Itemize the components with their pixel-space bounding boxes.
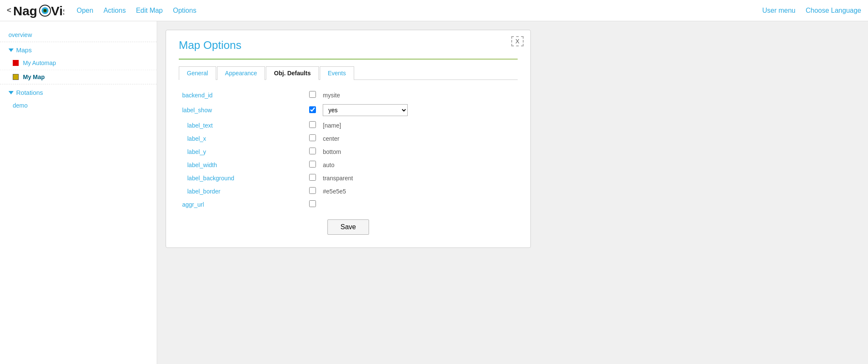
checkbox-label_y[interactable] [309,148,316,154]
checkbox-cell-label_width [306,158,319,171]
checkbox-cell-label_show [306,102,319,119]
nav-edit-map[interactable]: Edit Map [136,7,163,14]
form-row-label_width: label_widthauto [179,158,518,171]
checkbox-aggr_url[interactable] [309,200,316,207]
form-row-backend_id: backend_idmysite [179,88,518,102]
save-button-wrap: Save [179,219,518,235]
svg-text:Vis: Vis [51,4,64,18]
sidebar-item-my-map[interactable]: My Map [0,70,157,84]
demo-link[interactable]: demo [13,102,28,109]
form-row-label_y: label_ybottom [179,145,518,158]
logo-back-arrow: < [7,6,11,15]
nav-options[interactable]: Options [173,7,196,14]
checkbox-cell-aggr_url [306,198,319,211]
tab-appearance[interactable]: Appearance [217,66,265,80]
form-row-label_x: label_xcenter [179,132,518,145]
svg-point-4 [44,10,46,11]
form-row-aggr_url: aggr_url [179,198,518,211]
sidebar-overview[interactable]: overview [0,28,157,42]
form-row-label_text: label_text[name] [179,119,518,132]
checkbox-backend_id[interactable] [309,91,316,98]
select-label_show[interactable]: yesno [323,104,408,116]
triangle-down-icon [8,48,14,52]
checkbox-cell-label_background [306,171,319,185]
field-label-label_border: label_border [179,185,306,198]
checkbox-label_width[interactable] [309,161,316,168]
field-value-aggr_url [319,198,518,211]
sidebar-rotations-label: Rotations [16,89,43,96]
logo[interactable]: < Nag Vis [7,3,68,19]
nav-choose-language[interactable]: Choose Language [806,7,861,14]
field-value-label_border: #e5e5e5 [319,185,518,198]
main-layout: overview Maps My Automap My Map Rotation… [0,21,868,364]
nav-right: User menu Choose Language [762,7,861,14]
dialog-tabs: General Appearance Obj. Defaults Events [179,66,518,80]
field-value-label_width: auto [319,158,518,171]
nav-user-menu[interactable]: User menu [762,7,795,14]
field-label-label_width: label_width [179,158,306,171]
checkbox-cell-backend_id [306,88,319,102]
checkbox-label_show[interactable] [309,106,316,113]
sidebar-maps-toggle[interactable]: Maps [0,42,157,56]
my-map-link[interactable]: My Map [23,74,45,80]
form-row-label_background: label_backgroundtransparent [179,171,518,185]
field-label-aggr_url: aggr_url [179,198,306,211]
sidebar-maps-label: Maps [16,46,32,54]
field-label-label_show: label_show [179,102,306,119]
field-value-label_background: transparent [319,171,518,185]
field-label-label_background: label_background [179,171,306,185]
dialog-title: Map Options [179,39,518,52]
my-automap-link[interactable]: My Automap [23,60,56,66]
top-nav: < Nag Vis Open Actions Edit Map Options … [0,0,868,21]
tab-obj-defaults[interactable]: Obj. Defaults [266,66,318,80]
triangle-down-icon-2 [8,91,14,94]
checkbox-cell-label_text [306,119,319,132]
checkbox-label_x[interactable] [309,134,316,141]
field-label-label_x: label_x [179,132,306,145]
field-label-label_text: label_text [179,119,306,132]
dialog-divider [179,59,518,60]
yellow-square-icon [13,74,19,80]
tab-events[interactable]: Events [320,66,354,80]
checkbox-label_text[interactable] [309,121,316,128]
svg-text:Nag: Nag [13,4,37,18]
sidebar-rotations-toggle[interactable]: Rotations [0,84,157,99]
form-row-label_border: label_border#e5e5e5 [179,185,518,198]
main-content: Map Options X General Appearance Obj. De… [157,21,868,364]
red-square-icon [13,60,19,66]
map-options-dialog: Map Options X General Appearance Obj. De… [166,30,531,248]
form-table: backend_idmysitelabel_showyesnolabel_tex… [179,88,518,211]
nav-links: Open Actions Edit Map Options [77,7,762,14]
field-value-label_text: [name] [319,119,518,132]
checkbox-cell-label_x [306,132,319,145]
checkbox-label_border[interactable] [309,187,316,194]
form-row-label_show: label_showyesno [179,102,518,119]
sidebar-item-demo[interactable]: demo [0,99,157,112]
field-value-label_show: yesno [319,102,518,119]
tab-general[interactable]: General [179,66,216,80]
logo-icon: Nag Vis [13,3,64,19]
field-value-label_y: bottom [319,145,518,158]
field-label-label_y: label_y [179,145,306,158]
checkbox-cell-label_border [306,185,319,198]
sidebar: overview Maps My Automap My Map Rotation… [0,21,157,364]
sidebar-item-my-automap[interactable]: My Automap [0,56,157,70]
field-value-label_x: center [319,132,518,145]
nav-actions[interactable]: Actions [104,7,126,14]
field-label-backend_id: backend_id [179,88,306,102]
field-value-backend_id: mysite [319,88,518,102]
dialog-close-button[interactable]: X [511,36,524,46]
checkbox-label_background[interactable] [309,174,316,181]
checkbox-cell-label_y [306,145,319,158]
nav-open[interactable]: Open [77,7,93,14]
save-button[interactable]: Save [327,219,369,235]
